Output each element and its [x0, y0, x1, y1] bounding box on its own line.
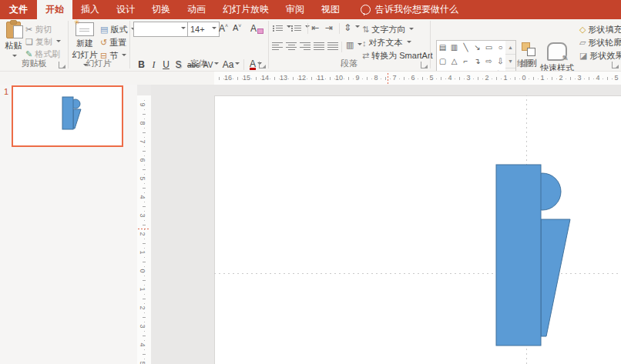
increase-indent-button[interactable]: ⇥ [325, 22, 333, 33]
thumb-trapezoid[interactable] [73, 109, 81, 129]
tab-animations[interactable]: 动画 [179, 0, 214, 19]
shape-fill-button[interactable]: ◇ 形状填充 [579, 24, 621, 35]
rectangle-icon[interactable]: ▭ [485, 44, 492, 52]
increase-indent-icon: ⇥ [325, 22, 333, 33]
ribbon-tab-bar: 文件 开始 插入 设计 切换 动画 幻灯片放映 审阅 视图 告诉我你想要做什么 [0, 0, 621, 19]
paste-label: 粘贴 [3, 40, 24, 52]
font-name-caret-icon [181, 27, 186, 32]
line-icon[interactable]: ╲ [463, 44, 468, 52]
cut-button[interactable]: ✂ 剪切 [25, 24, 52, 35]
arrange-icon [522, 42, 535, 56]
line-spacing-button[interactable]: ⇕ [344, 22, 360, 33]
cut-label: 剪切 [35, 24, 52, 35]
gallery-scroll-up-icon[interactable]: ▲ [505, 41, 515, 55]
copy-icon: ❏ [25, 37, 33, 47]
h-ruler-number: 5 [429, 74, 433, 82]
reset-icon: ↺ [100, 38, 107, 48]
v-ruler-number: 7 [139, 139, 146, 143]
h-ruler-number: 12 [298, 74, 306, 82]
reset-button[interactable]: ↺ 重置 [100, 37, 126, 48]
layout-button[interactable]: ▤ 版式 [100, 24, 136, 35]
tab-review[interactable]: 审阅 [277, 0, 313, 19]
font-dialog-launcher[interactable] [259, 62, 266, 68]
text-direction-icon: ⇅ [362, 25, 369, 35]
paragraph-dialog-launcher[interactable] [421, 62, 428, 68]
tab-slideshow[interactable]: 幻灯片放映 [214, 0, 277, 19]
align-center-button[interactable] [286, 41, 297, 48]
font-size-caret-icon [212, 27, 217, 32]
h-ruler-number: 5 [614, 74, 618, 82]
v-ruler-number: 1 [139, 250, 146, 254]
font-name-combo[interactable] [133, 22, 189, 37]
slide-thumbnail[interactable] [12, 85, 123, 147]
shape-outline-icon: ▱ [579, 38, 586, 48]
h-ruler-number: 2 [485, 74, 488, 82]
font-size-combo[interactable]: 14+ [187, 22, 220, 37]
align-text-icon: ↕ [362, 38, 367, 48]
clear-formatting-button[interactable]: A [250, 23, 264, 34]
thumb-rectangle[interactable] [62, 97, 73, 129]
slide-canvas[interactable] [151, 85, 621, 364]
tab-insert[interactable]: 插入 [72, 0, 108, 19]
decrease-indent-button[interactable]: ⇤ [311, 22, 319, 33]
h-ruler-number: 1 [540, 74, 544, 82]
ribbon: 粘贴 ✂ 剪切 ❏ 复制 ✎ 格式刷 剪贴板 新建 幻灯片 ▤ 版式 [0, 19, 621, 71]
paste-icon [6, 22, 21, 38]
oval-icon[interactable]: ○ [498, 44, 502, 52]
align-left-button[interactable] [272, 41, 283, 48]
tab-file[interactable]: 文件 [0, 0, 37, 19]
h-ruler-number: 11 [317, 74, 324, 82]
v-ruler-number: 5 [139, 176, 146, 180]
vertical-text-box-icon[interactable]: ▥ [451, 44, 458, 52]
v-ruler-number: 1 [139, 287, 146, 291]
arrow-icon[interactable]: ↘ [474, 44, 480, 52]
copy-button[interactable]: ❏ 复制 [25, 36, 61, 48]
clipboard-dialog-launcher[interactable] [59, 62, 65, 68]
shrink-font-button[interactable]: A˅ [233, 23, 241, 32]
shape-outline-label: 形状轮廓 [588, 37, 621, 48]
thumbnail-shapes [13, 87, 122, 145]
h-ruler-number: 9 [355, 74, 359, 82]
shape-outline-button[interactable]: ▱ 形状轮廓 [579, 37, 621, 48]
copy-caret-icon [56, 40, 61, 45]
text-direction-button[interactable]: ⇅ 文字方向 [362, 24, 414, 35]
align-left-icon [272, 41, 283, 48]
horizontal-guide[interactable] [214, 273, 621, 274]
distribute-button[interactable] [327, 41, 338, 48]
line-spacing-icon: ⇕ [344, 22, 351, 33]
align-right-button[interactable] [300, 41, 310, 48]
slide-thumbnail-panel[interactable]: 1 [0, 85, 138, 364]
tab-design[interactable]: 设计 [108, 0, 143, 19]
v-ruler-number: 3 [139, 324, 146, 328]
v-ruler-number: 4 [139, 342, 146, 346]
align-text-label: 对齐文本 [369, 37, 403, 48]
text-box-icon[interactable]: ▤ [439, 44, 446, 52]
tell-me-label: 告诉我你想要做什么 [375, 3, 458, 16]
tab-home[interactable]: 开始 [37, 0, 72, 19]
reset-label: 重置 [109, 37, 126, 48]
powerpoint-window: 文件 开始 插入 设计 切换 动画 幻灯片放映 审阅 视图 告诉我你想要做什么 … [0, 0, 621, 364]
horizontal-ruler[interactable]: 16151413121110987654321012345 [214, 72, 621, 85]
grow-font-button[interactable]: A˄ [219, 23, 228, 34]
v-ruler-number: 2 [139, 232, 146, 235]
paragraph-group-label: 段落 [268, 58, 430, 69]
vertical-ruler[interactable]: 987654321012345 [137, 85, 151, 364]
columns-button[interactable]: ▥ [346, 40, 362, 50]
align-right-icon [300, 41, 310, 48]
layout-label: 版式 [110, 24, 127, 35]
justify-icon [314, 41, 324, 48]
tab-transitions[interactable]: 切换 [143, 0, 179, 19]
line-spacing-caret-icon [355, 25, 360, 30]
layout-icon: ▤ [100, 25, 108, 35]
bullets-button[interactable] [272, 24, 291, 32]
justify-button[interactable] [314, 41, 324, 48]
align-text-button[interactable]: ↕ 对齐文本 [362, 37, 411, 48]
drawing-dialog-launcher[interactable] [612, 62, 619, 68]
drawing-group-label: 绘图 [430, 58, 621, 69]
h-ruler-number: 7 [392, 74, 396, 82]
tab-view[interactable]: 视图 [313, 0, 348, 19]
columns-icon: ▥ [346, 40, 354, 50]
v-ruler-number: 4 [139, 195, 146, 199]
rectangle-shape[interactable] [496, 165, 541, 346]
tell-me-box[interactable]: 告诉我你想要做什么 [353, 0, 466, 19]
